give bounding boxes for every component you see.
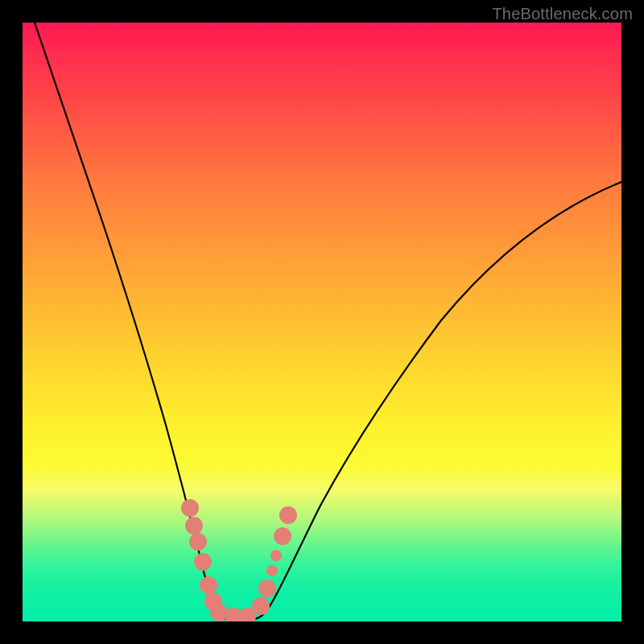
highlight-marker — [279, 506, 297, 524]
plot-area — [23, 23, 621, 621]
watermark-label: TheBottleneck.com — [492, 5, 633, 23]
highlight-marker — [274, 527, 291, 545]
highlight-marker — [266, 565, 278, 576]
highlight-marker — [185, 517, 203, 535]
highlight-marker — [181, 499, 199, 517]
highlight-marker — [252, 597, 270, 615]
highlight-marker — [200, 576, 217, 594]
highlight-marker — [194, 553, 212, 571]
left-curve — [35, 23, 232, 620]
highlight-marker — [189, 533, 207, 551]
highlight-marker — [258, 580, 276, 597]
highlight-marker — [270, 550, 282, 561]
curves-layer — [23, 23, 621, 621]
chart-frame: TheBottleneck.com — [0, 0, 644, 644]
right-curve — [248, 182, 621, 620]
